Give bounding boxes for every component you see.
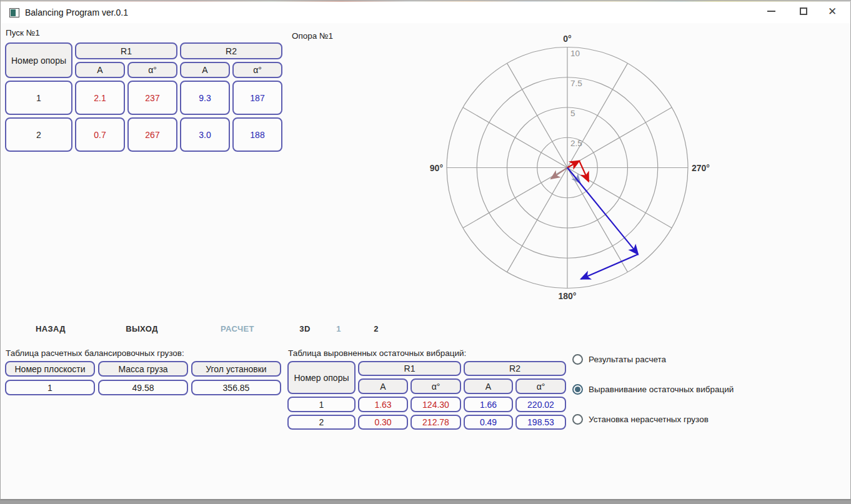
r1-amplitude-cell[interactable]: 2.1 [75,81,125,115]
radio-label: Выравнивание остаточных вибраций [589,385,734,394]
r2-residual-ang-cell: 220.02 [515,397,566,412]
col-header-plane: Номер плоскости [5,361,95,377]
nav-page-1-button[interactable]: 1 [336,324,341,334]
plane-number-cell: 1 [5,380,95,395]
col-header-r1: R1 [75,42,177,59]
close-icon: ✕ [828,5,837,18]
svg-text:10: 10 [570,49,580,58]
minimize-icon [767,11,775,12]
support-label: Опора №1 [292,31,333,41]
r1-residual-amp-cell: 1.63 [358,397,408,412]
support-number-cell: 1 [287,397,356,412]
col-header-support: Номер опоры [5,42,72,78]
radio-icon [572,384,583,395]
col-header-r1: R1 [358,361,461,376]
nav-page-2-button[interactable]: 2 [374,324,379,334]
col-header-r1-ang: α° [127,62,177,78]
support-number-cell: 2 [287,415,356,430]
window-title: Balancing Program ver.0.1 [25,7,128,17]
r1-angle-cell[interactable]: 267 [127,117,177,152]
col-header-r1-ang: α° [411,378,461,394]
r2-angle-cell[interactable]: 187 [232,81,282,115]
support-number-cell: 2 [5,117,72,152]
svg-text:270°: 270° [692,163,710,173]
col-header-r2-ang: α° [515,378,566,394]
nav-calc-button[interactable]: РАСЧЕТ [221,324,254,334]
maximize-button[interactable] [789,1,818,22]
col-header-support: Номер опоры [287,361,356,394]
radio-noncalc-weights[interactable]: Установка нерасчетных грузов [572,413,709,425]
radio-residual-leveling[interactable]: Выравнивание остаточных вибраций [572,383,734,395]
svg-text:2.5: 2.5 [570,139,582,148]
close-button[interactable]: ✕ [818,1,847,22]
app-icon [9,8,19,17]
maximize-icon [800,7,807,15]
weight-mass-cell: 49.58 [98,380,188,395]
radio-label: Результаты расчета [589,355,666,364]
weight-angle-cell: 356.85 [191,380,281,395]
residual-vibrations-table: Номер опоры R1 R2 A α° A α° 1 1.63 124.3… [287,361,566,430]
r2-angle-cell[interactable]: 188 [232,117,282,152]
col-header-angle: Угол установки [191,361,281,377]
col-header-r2: R2 [464,361,566,376]
nav-back-button[interactable]: НАЗАД [36,324,66,334]
radio-calc-results[interactable]: Результаты расчета [572,353,666,365]
r2-residual-amp-cell: 1.66 [464,397,513,412]
run-label: Пуск №1 [6,28,40,37]
svg-text:0°: 0° [563,34,571,44]
radio-label: Установка нерасчетных грузов [589,415,709,424]
nav-exit-button[interactable]: ВЫХОД [126,324,158,334]
r1-residual-ang-cell: 124.30 [411,397,461,412]
svg-text:90°: 90° [430,163,443,173]
balancing-weights-table: Номер плоскости Масса груза Угол установ… [5,361,281,395]
svg-text:7.5: 7.5 [570,79,582,88]
r2-amplitude-cell[interactable]: 9.3 [180,81,230,115]
col-header-r1-amp: A [358,378,408,394]
radio-icon [572,414,583,425]
col-header-r2-amp: A [180,62,230,78]
r2-residual-amp-cell: 0.49 [464,415,513,430]
col-header-r2-amp: A [464,378,513,394]
r2-amplitude-cell[interactable]: 3.0 [180,117,230,152]
nav-3d-button[interactable]: 3D [299,324,310,334]
r2-residual-ang-cell: 198.53 [515,415,566,430]
r1-residual-amp-cell: 0.30 [358,415,408,430]
svg-text:5: 5 [570,109,575,118]
app-window: Balancing Program ver.0.1 ✕ Пуск №1 Опор… [0,0,851,500]
r1-amplitude-cell[interactable]: 0.7 [75,117,125,152]
minimize-button[interactable] [757,1,785,22]
weights-table-title: Таблица расчетных балансировочных грузов… [6,348,184,358]
svg-text:180°: 180° [559,291,577,301]
col-header-r2: R2 [180,42,282,59]
radio-icon [572,354,583,365]
r1-residual-ang-cell: 212.78 [411,415,461,430]
support-number-cell: 1 [5,81,72,115]
r1-angle-cell[interactable]: 237 [127,81,177,115]
col-header-mass: Масса груза [98,361,188,377]
titlebar: Balancing Program ver.0.1 [1,2,850,23]
start-measurements-table: Номер опоры R1 R2 A α° A α° 1 2.1 237 9.… [5,42,282,152]
col-header-r1-amp: A [75,62,125,78]
residual-table-title: Таблица выровненных остаточных вибраций: [288,348,466,358]
col-header-r2-ang: α° [232,62,282,78]
